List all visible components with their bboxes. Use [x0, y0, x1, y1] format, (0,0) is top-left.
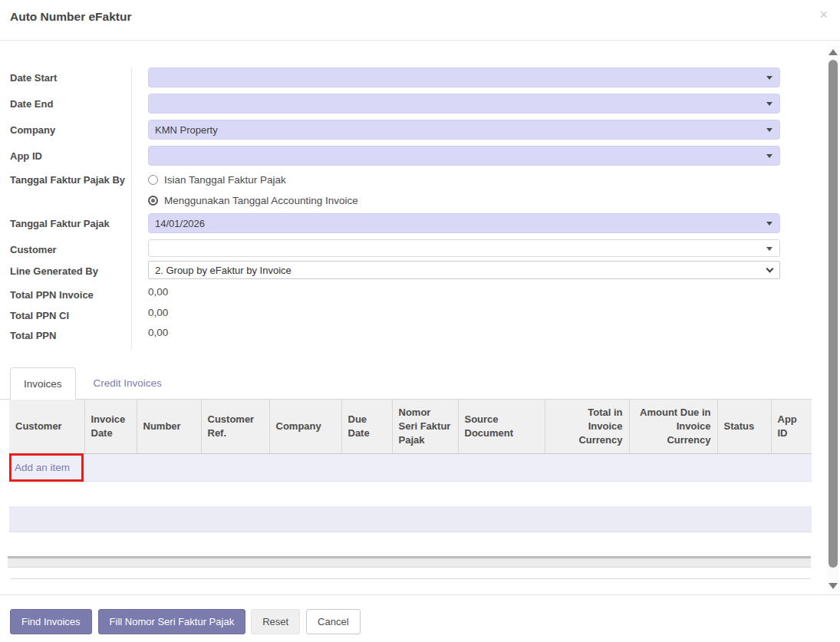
- date-start-row: Date Start: [10, 67, 780, 87]
- app-id-label: App ID: [10, 146, 131, 164]
- tanggal-faktur-pajak-row: Tanggal Faktur Pajak 14/01/2026: [10, 213, 780, 233]
- total-ppn-ci-value: 0,00: [148, 304, 168, 318]
- dropdown-caret-icon[interactable]: [766, 102, 772, 106]
- total-ppn-ci-row: Total PPN CI 0,00: [10, 305, 780, 324]
- dropdown-caret-icon[interactable]: [766, 154, 772, 158]
- horizontal-scrollbar[interactable]: [8, 556, 811, 568]
- line-generated-by-select[interactable]: 2. Group by eFaktur by Invoice: [148, 261, 780, 279]
- list-divider-line: [11, 578, 811, 579]
- dialog-title: Auto Number eFaktur: [10, 10, 131, 24]
- dropdown-caret-icon[interactable]: [766, 76, 772, 80]
- col-invoice-date: Invoice Date: [84, 400, 137, 453]
- col-number: Number: [137, 400, 201, 453]
- customer-label: Customer: [10, 239, 131, 258]
- footer-buttons: Find Invoices Fill Nomor Seri Faktur Paj…: [10, 609, 361, 634]
- date-start-input[interactable]: [148, 67, 780, 87]
- radio-unchecked-icon[interactable]: [148, 175, 158, 185]
- total-ppn-invoice-row: Total PPN Invoice 0,00: [10, 285, 780, 303]
- company-input[interactable]: KMN Property: [148, 120, 780, 140]
- date-end-input[interactable]: [148, 94, 780, 114]
- tab-credit-invoices[interactable]: Credit Invoices: [81, 367, 175, 399]
- date-end-row: Date End: [10, 94, 780, 114]
- dropdown-caret-icon[interactable]: [766, 222, 772, 226]
- add-an-item-link[interactable]: Add an item: [15, 462, 70, 473]
- col-status: Status: [717, 400, 771, 453]
- scrollbar-thumb[interactable]: [828, 60, 838, 568]
- empty-list-row: [9, 506, 812, 532]
- col-app-id: App ID: [771, 400, 812, 453]
- scroll-down-arrow-icon[interactable]: [828, 583, 838, 589]
- dropdown-caret-icon[interactable]: [766, 128, 772, 132]
- company-label: Company: [10, 120, 131, 138]
- line-generated-by-row: Line Generated By 2. Group by eFaktur by…: [10, 261, 780, 279]
- tanggal-faktur-pajak-label: Tanggal Faktur Pajak: [10, 213, 131, 232]
- col-customer: Customer: [9, 400, 84, 453]
- table-header-row: Customer Invoice Date Number Customer Re…: [9, 400, 812, 453]
- col-nomor-seri-faktur-pajak: Nomor Seri Faktur Pajak: [392, 400, 458, 453]
- add-item-row: Add an item: [9, 453, 812, 481]
- scroll-up-arrow-icon[interactable]: [828, 49, 838, 55]
- line-generated-by-label: Line Generated By: [10, 261, 131, 279]
- tab-invoices[interactable]: Invoices: [10, 367, 76, 400]
- col-customer-ref: Customer Ref.: [201, 400, 269, 453]
- total-ppn-invoice-label: Total PPN Invoice: [10, 285, 131, 303]
- col-company: Company: [269, 400, 341, 453]
- col-due-date: Due Date: [341, 400, 392, 453]
- tanggal-faktur-pajak-input[interactable]: 14/01/2026: [148, 213, 780, 233]
- vertical-scrollbar[interactable]: [827, 44, 839, 592]
- close-icon[interactable]: ×: [819, 8, 828, 21]
- customer-row: Customer: [10, 239, 780, 258]
- total-ppn-invoice-value: 0,00: [148, 283, 168, 298]
- footer-divider: [0, 594, 840, 595]
- radio-option-isian[interactable]: Isian Tanggal Faktur Pajak: [148, 170, 780, 190]
- app-id-row: App ID: [10, 146, 780, 166]
- total-ppn-ci-label: Total PPN CI: [10, 305, 131, 324]
- reset-button[interactable]: Reset: [251, 609, 300, 634]
- cancel-button[interactable]: Cancel: [306, 609, 360, 634]
- tanggal-by-row: Tanggal Faktur Pajak By Isian Tanggal Fa…: [10, 170, 780, 211]
- invoices-table: Customer Invoice Date Number Customer Re…: [9, 400, 812, 482]
- total-ppn-label: Total PPN: [10, 325, 131, 344]
- company-row: Company KMN Property: [10, 120, 780, 140]
- find-invoices-button[interactable]: Find Invoices: [10, 609, 92, 634]
- header-divider: [0, 40, 840, 41]
- col-source-document: Source Document: [458, 400, 545, 453]
- col-total-in-invoice-currency: Total in Invoice Currency: [545, 400, 629, 453]
- date-start-label: Date Start: [10, 67, 131, 86]
- radio-checked-icon[interactable]: [148, 196, 158, 206]
- date-end-label: Date End: [10, 94, 131, 112]
- auto-number-efaktur-dialog: Auto Number eFaktur × Date Start Date En…: [0, 0, 840, 642]
- total-ppn-value: 0,00: [148, 324, 168, 338]
- total-ppn-row: Total PPN 0,00: [10, 325, 780, 344]
- app-id-input[interactable]: [148, 146, 780, 166]
- notebook-tabs: Invoices Credit Invoices: [0, 367, 812, 400]
- col-amount-due-in-invoice-currency: Amount Due in Invoice Currency: [629, 400, 717, 453]
- fill-nomor-seri-faktur-pajak-button[interactable]: Fill Nomor Seri Faktur Pajak: [98, 609, 246, 634]
- radio-option-menggunakan[interactable]: Menggunakan Tanggal Accounting Invoice: [148, 190, 780, 211]
- customer-input[interactable]: [148, 239, 780, 257]
- dropdown-caret-icon[interactable]: [766, 247, 772, 251]
- tanggal-by-label: Tanggal Faktur Pajak By: [10, 170, 131, 188]
- chevron-down-icon[interactable]: [766, 265, 774, 273]
